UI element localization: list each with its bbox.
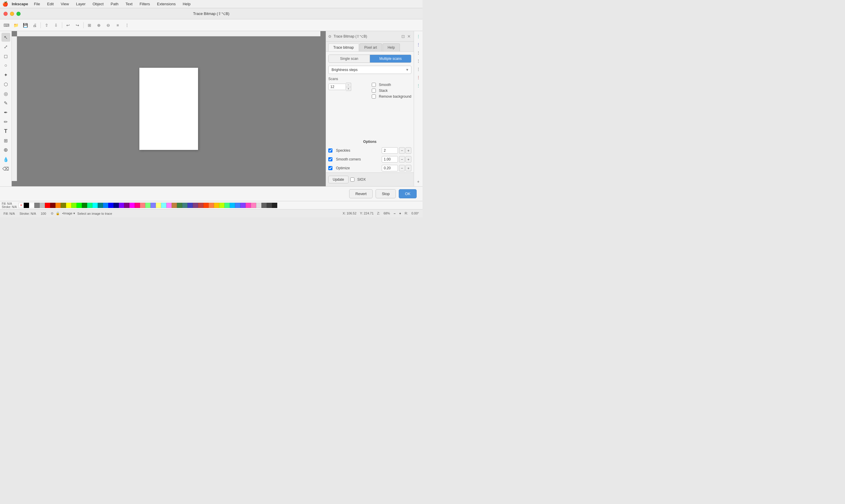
minimize-button[interactable] [10, 12, 14, 16]
import-button[interactable]: ⇧ [42, 21, 51, 29]
optimize-checkbox[interactable] [328, 166, 332, 170]
update-button[interactable]: Update [328, 176, 348, 183]
menu-text[interactable]: Text [124, 1, 134, 7]
color-swatch-13[interactable] [92, 203, 98, 208]
color-swatch-42[interactable] [246, 203, 251, 208]
select-tool[interactable]: ↖ [1, 33, 10, 42]
rect-tool[interactable]: ◻ [1, 52, 10, 60]
scan-method-dropdown[interactable]: Brightness steps Colors Grays [328, 66, 411, 74]
spiral-tool[interactable]: ◎ [1, 89, 10, 98]
close-button[interactable] [3, 12, 7, 16]
color-swatch-44[interactable] [256, 203, 262, 208]
color-swatch-43[interactable] [251, 203, 256, 208]
menu-object[interactable]: Object [92, 1, 105, 7]
node-tool[interactable]: ⤢ [1, 42, 10, 51]
color-swatch-29[interactable] [177, 203, 182, 208]
color-swatch-20[interactable] [129, 203, 135, 208]
pen-tool[interactable]: ✒ [1, 108, 10, 117]
right-tool-5[interactable]: ⋮ [415, 66, 422, 73]
save-button[interactable]: 💾 [21, 21, 29, 29]
color-swatch-8[interactable] [66, 203, 71, 208]
print-button[interactable]: 🖨 [31, 21, 39, 29]
eraser-tool[interactable]: ⌫ [1, 164, 10, 173]
menu-help[interactable]: Help [182, 1, 192, 7]
align-right-button[interactable]: ⋮ [123, 21, 131, 29]
color-swatch-40[interactable] [235, 203, 240, 208]
color-swatch-12[interactable] [87, 203, 92, 208]
color-swatch-1[interactable] [29, 203, 34, 208]
color-swatch-47[interactable] [272, 203, 277, 208]
color-swatch-0[interactable] [24, 203, 29, 208]
zoom-in-icon[interactable]: + [415, 178, 422, 185]
tab-trace-bitmap[interactable]: Trace bitmap [328, 43, 359, 51]
canvas-area[interactable] [12, 31, 326, 186]
speckles-checkbox[interactable] [328, 148, 332, 152]
export-button[interactable]: ⇩ [52, 21, 60, 29]
single-scan-button[interactable]: Single scan [329, 55, 370, 62]
color-swatch-33[interactable] [198, 203, 203, 208]
optimize-increment[interactable]: + [406, 165, 411, 171]
scans-increment[interactable]: + [346, 87, 351, 91]
color-swatch-17[interactable] [113, 203, 119, 208]
tab-pixel-art[interactable]: Pixel art [359, 43, 382, 51]
dropper-tool[interactable]: 💧 [1, 155, 10, 164]
color-swatch-38[interactable] [224, 203, 230, 208]
ok-button[interactable]: OK [399, 189, 417, 198]
right-tool-4[interactable]: ⋮ [415, 57, 422, 65]
multiple-scans-button[interactable]: Multiple scans [370, 55, 411, 62]
scans-decrement[interactable]: − [346, 83, 351, 87]
right-tool-1[interactable]: ⋮ [415, 33, 422, 40]
color-swatch-10[interactable] [76, 203, 82, 208]
color-swatch-24[interactable] [150, 203, 156, 208]
calligraphy-tool[interactable]: ✏ [1, 118, 10, 126]
menu-view[interactable]: View [59, 1, 70, 7]
app-name[interactable]: Inkscape [12, 2, 28, 6]
smooth-checkbox[interactable] [372, 83, 376, 87]
remove-bg-checkbox[interactable] [372, 94, 376, 98]
optimize-input[interactable] [382, 165, 398, 171]
speckles-decrement[interactable]: − [399, 147, 405, 154]
menu-extensions[interactable]: Extensions [156, 1, 177, 7]
smooth-corners-decrement[interactable]: − [399, 156, 405, 163]
zoom-fit-button[interactable]: ⊞ [85, 21, 94, 29]
color-swatch-31[interactable] [187, 203, 193, 208]
zoom-in-status-btn[interactable]: + [399, 212, 401, 216]
menu-edit[interactable]: Edit [46, 1, 55, 7]
no-color-swatch[interactable]: ✕ [18, 203, 24, 208]
open-button[interactable]: 📁 [12, 21, 20, 29]
color-swatch-14[interactable] [98, 203, 103, 208]
gradient-tool[interactable]: ⊞ [1, 136, 10, 145]
color-swatch-22[interactable] [140, 203, 145, 208]
right-tool-3[interactable]: ⋮ [415, 49, 422, 56]
scans-input[interactable] [328, 84, 346, 90]
color-swatch-35[interactable] [209, 203, 214, 208]
zoom-out-button[interactable]: ⊖ [104, 21, 112, 29]
zoom-in-button[interactable]: ⊕ [95, 21, 103, 29]
smooth-corners-checkbox[interactable] [328, 157, 332, 161]
siox-row[interactable]: SIOX [350, 178, 366, 182]
smooth-corners-increment[interactable]: + [406, 156, 411, 163]
color-swatch-18[interactable] [119, 203, 124, 208]
color-swatch-41[interactable] [240, 203, 246, 208]
stack-row[interactable]: Stack [372, 89, 411, 93]
stop-button[interactable]: Stop [376, 189, 396, 198]
color-swatch-27[interactable] [166, 203, 172, 208]
pencil-tool[interactable]: ✎ [1, 98, 10, 107]
polygon-tool[interactable]: ⬡ [1, 80, 10, 89]
menu-path[interactable]: Path [109, 1, 120, 7]
redo-button[interactable]: ↪ [73, 21, 82, 29]
new-button[interactable]: ⌨ [2, 21, 11, 29]
color-swatch-5[interactable] [50, 203, 55, 208]
color-swatch-28[interactable] [172, 203, 177, 208]
star-tool[interactable]: ✦ [1, 70, 10, 79]
optimize-decrement[interactable]: − [399, 165, 405, 171]
color-swatch-9[interactable] [71, 203, 76, 208]
zoom-out-status-btn[interactable]: − [393, 212, 396, 216]
menu-file[interactable]: File [33, 1, 41, 7]
apple-menu[interactable]: 🍎 [2, 1, 8, 7]
remove-bg-row[interactable]: Remove background [372, 94, 411, 98]
color-swatch-45[interactable] [262, 203, 267, 208]
tab-help[interactable]: Help [383, 43, 400, 51]
right-tool-7[interactable]: ⋮ [415, 82, 422, 89]
color-swatch-11[interactable] [82, 203, 87, 208]
